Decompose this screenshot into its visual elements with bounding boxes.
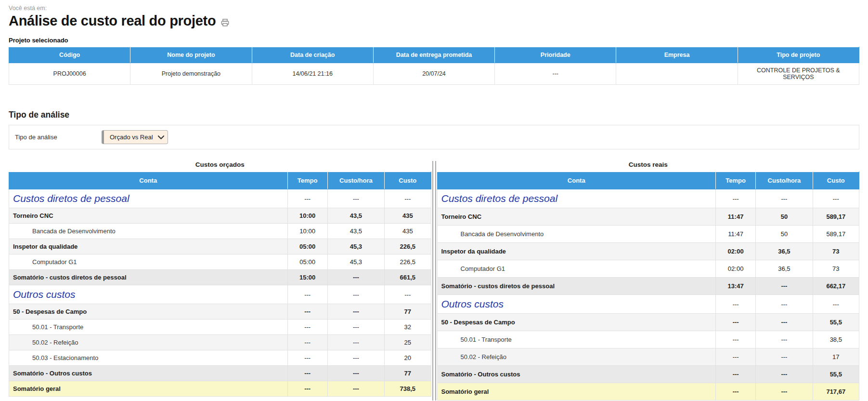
project-column-header: Nome do projeto <box>130 47 252 63</box>
tempo-cell: 13:47 <box>716 278 756 295</box>
cost-column-header: Custo/hora <box>327 172 384 189</box>
project-cell: PROJ00006 <box>9 63 130 85</box>
conta-cell: 50.01 - Transporte <box>9 320 288 335</box>
cost-row-section: Outros custos--------- <box>437 295 859 314</box>
cost-row-section: Custos diretos de pessoal--------- <box>9 189 431 208</box>
tempo-cell: 02:00 <box>716 243 756 260</box>
conta-cell: Inspetor da qualidade <box>437 243 716 260</box>
tempo-cell: --- <box>287 189 327 208</box>
custo-hora-cell: --- <box>756 383 813 401</box>
project-table: CódigoNome do projetoData de criaçãoData… <box>9 47 859 85</box>
project-cell: Projeto demonstração <box>130 63 252 85</box>
custo-cell: 73 <box>813 243 859 260</box>
custo-hora-cell: --- <box>327 381 384 397</box>
project-cell <box>616 63 738 85</box>
custo-cell: 20 <box>385 350 431 366</box>
project-column-header: Data de criação <box>252 47 373 63</box>
custo-hora-cell: 45,3 <box>327 239 384 254</box>
cost-column-header: Conta <box>437 172 716 189</box>
tempo-cell: --- <box>716 366 756 383</box>
tempo-cell: 02:00 <box>716 260 756 278</box>
cost-row-child: Bancada de Desenvolvimento11:4750589,17 <box>437 226 859 243</box>
project-table-row: PROJ00006Projeto demonstração14/06/21 21… <box>9 63 859 85</box>
custo-hora-cell: --- <box>327 270 384 285</box>
cost-column-header: Custo <box>813 172 859 189</box>
project-column-header: Prioridade <box>495 47 616 63</box>
custo-cell: 226,5 <box>385 239 431 254</box>
cost-row-parent: Inspetor da qualidade02:0036,573 <box>437 243 859 260</box>
conta-cell: Outros custos <box>437 295 716 314</box>
tempo-cell: --- <box>716 348 756 366</box>
custo-hora-cell: 36,5 <box>756 243 813 260</box>
cost-row-child: Bancada de Desenvolvimento10:0043,5435 <box>9 224 431 239</box>
project-column-header: Empresa <box>616 47 738 63</box>
printer-icon[interactable] <box>220 18 230 27</box>
breadcrumb: Você está em: <box>9 5 859 12</box>
custo-cell: 662,17 <box>813 278 859 295</box>
project-column-header: Código <box>9 47 130 63</box>
cost-row-parent: 50 - Despesas de Campo------77 <box>9 304 431 320</box>
tempo-cell: --- <box>287 320 327 335</box>
tempo-cell: --- <box>287 304 327 320</box>
tempo-cell: --- <box>287 381 327 397</box>
tempo-cell: 10:00 <box>287 224 327 239</box>
project-cell: 20/07/24 <box>373 63 494 85</box>
cost-row-parent: 50 - Despesas de Campo------55,5 <box>437 314 859 331</box>
custo-cell: 717,67 <box>813 383 859 401</box>
custo-cell: 73 <box>813 260 859 278</box>
custo-hora-cell: 50 <box>756 226 813 243</box>
real-costs-block: Custos reais ContaTempoCusto/horaCusto C… <box>436 161 860 401</box>
custo-cell: 435 <box>385 224 431 239</box>
cost-row-child: 50.02 - Refeição------25 <box>9 335 431 350</box>
tempo-cell: --- <box>287 285 327 304</box>
custo-hora-cell: 50 <box>756 208 813 226</box>
custo-hora-cell: --- <box>327 350 384 366</box>
conta-cell: 50.01 - Transporte <box>437 331 716 348</box>
analysis-type-label: Tipo de análise <box>15 134 102 141</box>
cost-row-child: 50.01 - Transporte------32 <box>9 320 431 335</box>
conta-cell: Somatório - Outros custos <box>437 366 716 383</box>
custo-cell: 77 <box>385 366 431 381</box>
custo-hora-cell: --- <box>756 189 813 208</box>
custo-cell: 226,5 <box>385 254 431 270</box>
project-cell: CONTROLE DE PROJETOS & SERVIÇOS <box>738 63 859 85</box>
custo-cell: 55,5 <box>813 314 859 331</box>
tempo-cell: --- <box>716 383 756 401</box>
conta-cell: Somatório - Outros custos <box>9 366 288 381</box>
page-root: Você está em: Análise de custo real do p… <box>0 0 868 401</box>
page-title: Análise de custo real do projeto <box>9 13 216 29</box>
custo-cell: 589,17 <box>813 208 859 226</box>
conta-cell: Somatório - custos diretos de pessoal <box>9 270 288 285</box>
cost-row-total: Somatório geral------717,67 <box>437 383 859 401</box>
cost-column-header: Custo/hora <box>756 172 813 189</box>
real-costs-table: ContaTempoCusto/horaCusto Custos diretos… <box>437 172 860 401</box>
custo-hora-cell: --- <box>756 366 813 383</box>
project-table-header: CódigoNome do projetoData de criaçãoData… <box>9 47 859 63</box>
analysis-type-heading: Tipo de análise <box>9 110 859 120</box>
cost-column-header: Tempo <box>716 172 756 189</box>
cost-row-child: Computador G105:0045,3226,5 <box>9 254 431 270</box>
tempo-cell: --- <box>716 295 756 314</box>
custo-cell: 38,5 <box>813 331 859 348</box>
cost-row-child: 50.02 - Refeição------17 <box>437 348 859 366</box>
cost-comparison-area: Custos orçados ContaTempoCusto/horaCusto… <box>9 161 859 401</box>
conta-cell: 50.02 - Refeição <box>437 348 716 366</box>
conta-cell: Bancada de Desenvolvimento <box>437 226 716 243</box>
cost-row-parent: Inspetor da qualidade05:0045,3226,5 <box>9 239 431 254</box>
tempo-cell: --- <box>287 366 327 381</box>
budget-costs-block: Custos orçados ContaTempoCusto/horaCusto… <box>9 161 431 401</box>
custo-hora-cell: --- <box>327 335 384 350</box>
analysis-type-select[interactable]: Orçado vs Real <box>102 130 168 144</box>
custo-hora-cell: 36,5 <box>756 260 813 278</box>
custo-hora-cell: --- <box>327 366 384 381</box>
cost-row-summary: Somatório - Outros custos------77 <box>9 366 431 381</box>
custo-cell: 435 <box>385 208 431 224</box>
conta-cell: 50 - Despesas de Campo <box>9 304 288 320</box>
real-costs-title: Custos reais <box>437 161 860 168</box>
custo-hora-cell: --- <box>327 320 384 335</box>
custo-hora-cell: --- <box>327 189 384 208</box>
tempo-cell: 10:00 <box>287 208 327 224</box>
cost-row-child: Computador G102:0036,573 <box>437 260 859 278</box>
tempo-cell: --- <box>716 189 756 208</box>
tables-divider <box>432 161 436 401</box>
